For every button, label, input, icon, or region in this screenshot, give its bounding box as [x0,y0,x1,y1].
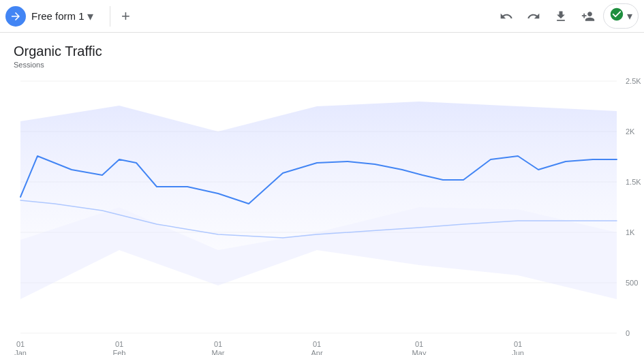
svg-text:Jan: Jan [14,349,27,355]
svg-text:01: 01 [115,340,123,348]
svg-text:2K: 2K [626,127,635,136]
toolbar-left: Free form 1 ▾ + [5,6,494,27]
add-tab-button[interactable]: + [116,6,136,27]
svg-text:Apr: Apr [311,349,322,355]
download-button[interactable] [549,4,573,29]
report-title: Free form 1 [31,10,85,22]
toolbar: Free form 1 ▾ + [0,0,644,33]
svg-text:2.5K: 2.5K [626,77,641,85]
svg-text:Feb: Feb [113,349,126,355]
chart-container: Organic Traffic Sessions [0,33,644,355]
undo-button[interactable] [494,4,519,29]
svg-text:Mar: Mar [212,349,225,355]
svg-text:500: 500 [626,279,638,287]
svg-text:1K: 1K [626,228,635,236]
chart-title: Organic Traffic [0,44,644,59]
report-title-dropdown[interactable]: ▾ [87,9,93,24]
add-user-button[interactable] [576,4,600,29]
svg-text:1.5K: 1.5K [626,178,641,186]
svg-text:01: 01 [16,340,25,348]
svg-text:01: 01 [415,340,423,348]
save-dropdown-icon[interactable]: ▾ [627,10,632,22]
svg-text:01: 01 [514,340,522,348]
chart-svg: 2.5K 2K 1.5K 1K 500 0 01 Jan 01 Feb 01 M… [0,74,644,355]
chart-sessions-label: Sessions [0,61,644,69]
save-button[interactable]: ▾ [603,3,639,29]
check-icon [609,7,624,25]
redo-button[interactable] [521,4,546,29]
svg-text:01: 01 [313,340,321,348]
svg-text:Jun: Jun [512,349,524,355]
svg-text:May: May [412,349,427,355]
svg-text:0: 0 [626,329,630,337]
toolbar-divider [110,6,110,27]
toolbar-right: ▾ [494,3,639,29]
chart-area: 2.5K 2K 1.5K 1K 500 0 01 Jan 01 Feb 01 M… [0,74,644,355]
app-logo[interactable] [5,6,26,27]
svg-text:01: 01 [214,340,222,348]
